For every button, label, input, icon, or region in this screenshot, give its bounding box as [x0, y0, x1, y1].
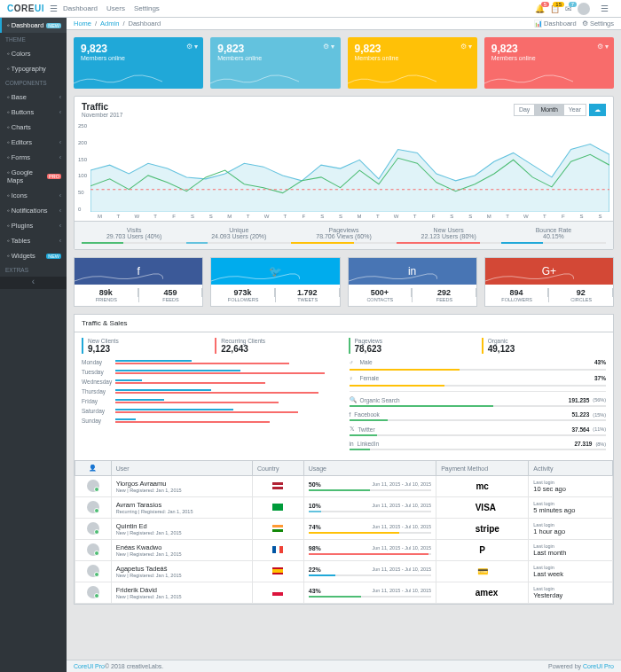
avatar	[87, 565, 99, 577]
social-card: f89kFRIENDS459FEEDS	[74, 257, 203, 307]
avatar	[87, 586, 99, 598]
user-row[interactable]: Enéas KwadwoNew | Registered: Jan 1, 201…	[75, 540, 613, 561]
sidebar-item-dashboard[interactable]: ◦ DashboardNEW	[0, 18, 67, 33]
source-row: 𝕏Twitter37.564(11%)	[350, 426, 607, 433]
payment-icon: stripe	[476, 524, 490, 534]
download-button[interactable]: ☁	[589, 104, 606, 116]
gender-row: ♀Female37%	[350, 375, 607, 381]
gear-icon[interactable]: ⚙ ▾	[597, 43, 609, 51]
traffic-footer-item: Unique24.093 Users (20%)	[186, 227, 291, 244]
ts-metric: Pageviews78,623	[349, 338, 473, 354]
traffic-card: Traffic November 2017 Day Month Year ☁ 2…	[74, 96, 614, 250]
day-button[interactable]: Day	[514, 104, 535, 116]
header: COREUI ☰ DashboardUsersSettings 🔔5 📋15 ✉…	[0, 0, 621, 18]
ts-day-row: Monday	[82, 359, 339, 365]
year-button[interactable]: Year	[563, 104, 586, 116]
sidebar-title: EXTRAS	[0, 263, 67, 277]
sidebar-title: COMPONENTS	[0, 76, 67, 90]
ts-day-row: Thursday	[82, 388, 339, 395]
sidebar-item-widgets[interactable]: ◦ WidgetsNEW	[0, 248, 67, 263]
traffic-sales-card: Traffic & Sales New Clients9,123Recurrin…	[74, 314, 614, 605]
avatar	[87, 501, 99, 513]
payment-icon: mc	[476, 481, 490, 491]
breadcrumb: Home / Admin / Dashboard 📊 Dashboard ⚙ S…	[67, 18, 621, 30]
sidebar-item-typography[interactable]: ◦ Typography	[0, 61, 67, 76]
user-table: 👤UserCountryUsagePayment MethodActivity …	[75, 460, 613, 604]
sidebar-item-editors[interactable]: ◦ Editors‹	[0, 135, 67, 150]
gender-row: ♂Male43%	[350, 359, 607, 365]
sidebar-item-forms[interactable]: ◦ Forms‹	[0, 150, 67, 165]
sidebar-item-icons[interactable]: ◦ Icons‹	[0, 188, 67, 203]
sidebar-item-plugins[interactable]: ◦ Plugins‹	[0, 218, 67, 233]
envelope-icon[interactable]: ✉7	[565, 4, 572, 13]
user-row[interactable]: Quintin EdNew | Registered: Jan 1, 20157…	[75, 519, 613, 540]
source-row: inLinkedIn27.319(8%)	[350, 441, 607, 447]
avatar	[87, 480, 99, 492]
traffic-footer-item: Pageviews78.706 Views (60%)	[291, 227, 396, 244]
ts-day-row: Wednesday	[82, 379, 339, 385]
avatar	[87, 543, 99, 556]
user-table-header: Country	[252, 461, 303, 476]
sidebar-item-notifications[interactable]: ◦ Notifications‹	[0, 203, 67, 218]
aside-toggle-icon[interactable]: ☰	[601, 4, 609, 13]
user-row[interactable]: Agapetus TadeášNew | Registered: Jan 1, …	[75, 561, 613, 582]
sidebar-minimizer[interactable]: ‹	[0, 277, 67, 289]
list-icon[interactable]: 📋15	[550, 4, 560, 13]
breadcrumb-settings-link[interactable]: ⚙ Settings	[582, 20, 614, 27]
menu-toggle-icon[interactable]: ☰	[50, 4, 58, 13]
social-card: in500+CONTACTS292FEEDS	[348, 257, 477, 307]
stat-widget-0: ⚙ ▾9,823Members online	[74, 37, 203, 89]
user-table-header: Payment Method	[436, 461, 529, 476]
flag-icon	[272, 567, 283, 574]
header-nav-settings[interactable]: Settings	[134, 4, 160, 12]
month-button[interactable]: Month	[535, 104, 562, 116]
gear-icon[interactable]: ⚙ ▾	[186, 43, 198, 51]
header-nav-users[interactable]: Users	[106, 4, 125, 12]
breadcrumb-dashboard-link[interactable]: 📊 Dashboard	[534, 20, 577, 27]
user-row[interactable]: Yiorgos AvraamuNew | Registered: Jan 1, …	[75, 476, 613, 497]
user-row[interactable]: Friderik DávidNew | Registered: Jan 1, 2…	[75, 582, 613, 604]
footer: CoreUI Pro © 2018 creativeLabs. Powered …	[67, 660, 621, 672]
ts-day-row: Friday	[82, 398, 339, 404]
bell-icon[interactable]: 🔔5	[535, 4, 545, 13]
header-nav-dashboard[interactable]: Dashboard	[63, 4, 98, 12]
footer-poweredby-link[interactable]: CoreUI Pro	[583, 663, 614, 669]
breadcrumb-admin[interactable]: Admin	[100, 20, 119, 27]
sidebar: ◦ DashboardNEWTHEME◦ Colors◦ TypographyC…	[0, 18, 67, 672]
avatar[interactable]	[578, 3, 590, 15]
flag-icon	[272, 546, 283, 553]
breadcrumb-current: Dashboard	[128, 20, 161, 27]
breadcrumb-home[interactable]: Home	[74, 20, 91, 27]
traffic-footer-item: Bounce Rate40.15%	[501, 227, 606, 244]
ts-day-row: Saturday	[82, 408, 339, 414]
ts-metric: Organic49,123	[482, 338, 606, 354]
sidebar-title: THEME	[0, 33, 67, 46]
sidebar-item-colors[interactable]: ◦ Colors	[0, 46, 67, 61]
traffic-title: Traffic	[82, 102, 122, 112]
ts-metric: New Clients9,123	[82, 338, 206, 354]
gear-icon[interactable]: ⚙ ▾	[323, 43, 334, 51]
traffic-footer-item: New Users22.123 Users (80%)	[397, 227, 501, 244]
payment-icon: amex	[476, 588, 490, 598]
user-row[interactable]: Avram TarasiosRecurring | Registered: Ja…	[75, 497, 613, 519]
flag-icon	[272, 482, 283, 489]
ts-metric: Recurring Clients22,643	[215, 338, 339, 354]
flag-icon	[272, 525, 283, 532]
user-table-header: Usage	[303, 461, 436, 476]
flag-icon	[272, 589, 283, 596]
gear-icon[interactable]: ⚙ ▾	[460, 43, 472, 51]
stat-widget-2: ⚙ ▾9,823Members online	[348, 37, 477, 89]
ts-day-row: Sunday	[82, 418, 339, 424]
sidebar-item-base[interactable]: ◦ Base‹	[0, 90, 67, 105]
sidebar-item-tables[interactable]: ◦ Tables‹	[0, 233, 67, 248]
sidebar-item-charts[interactable]: ◦ Charts	[0, 120, 67, 135]
footer-brand-link[interactable]: CoreUI Pro	[74, 663, 105, 669]
sidebar-item-google-maps[interactable]: ◦ Google MapsPRO	[0, 165, 67, 188]
user-table-header: Activity	[529, 461, 613, 476]
payment-icon: VISA	[476, 503, 490, 512]
sidebar-item-buttons[interactable]: ◦ Buttons‹	[0, 105, 67, 120]
avatar	[87, 522, 99, 535]
brand-logo[interactable]: COREUI	[7, 4, 44, 13]
user-table-header: 👤	[75, 461, 112, 476]
source-row: 🔍Organic Search191.235(56%)	[350, 396, 607, 403]
